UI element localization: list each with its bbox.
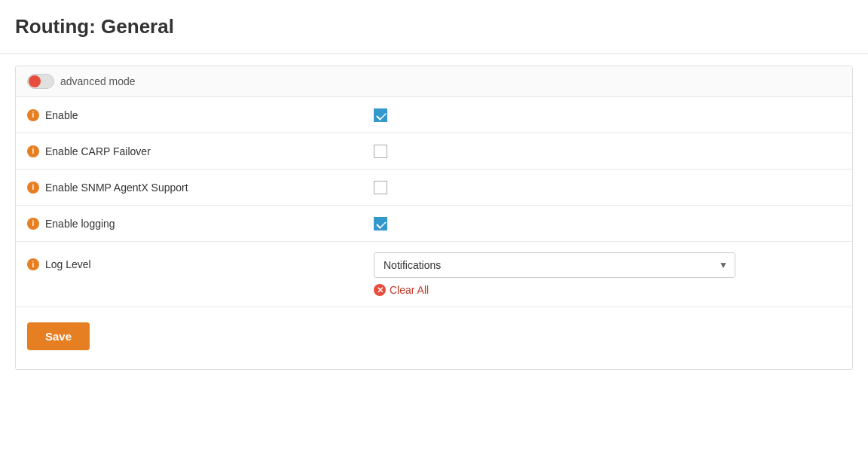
enable-snmp-label-text: Enable SNMP AgentX Support [45, 182, 188, 194]
log-level-select-wrapper: Errors Warnings Notifications Info Debug… [374, 252, 735, 278]
page-wrapper: Routing: General advanced mode i Enable [0, 0, 868, 470]
page-header: Routing: General [0, 0, 868, 54]
enable-control [374, 108, 841, 122]
advanced-mode-row: advanced mode [16, 66, 852, 97]
enable-logging-control [374, 217, 841, 230]
enable-row: i Enable [16, 97, 852, 133]
advanced-mode-toggle[interactable] [27, 74, 54, 89]
enable-snmp-info-icon[interactable]: i [27, 182, 39, 194]
enable-logging-row: i Enable logging [16, 206, 852, 242]
enable-logging-label-text: Enable logging [45, 218, 115, 230]
enable-carp-label-text: Enable CARP Failover [45, 145, 151, 157]
page-title: Routing: General [15, 15, 845, 38]
enable-snmp-row: i Enable SNMP AgentX Support [16, 169, 852, 206]
enable-label: i Enable [27, 109, 374, 121]
enable-carp-row: i Enable CARP Failover [16, 133, 852, 169]
save-button[interactable]: Save [27, 322, 90, 350]
enable-logging-label: i Enable logging [27, 218, 374, 230]
enable-snmp-checkbox[interactable] [374, 181, 387, 194]
log-level-label-text: Log Level [45, 258, 91, 270]
log-level-info-icon[interactable]: i [27, 258, 39, 270]
enable-carp-info-icon[interactable]: i [27, 145, 39, 157]
toggle-track [27, 74, 54, 89]
log-level-select[interactable]: Errors Warnings Notifications Info Debug [374, 252, 735, 278]
log-level-label: i Log Level [27, 252, 374, 270]
enable-carp-control [374, 145, 841, 158]
save-row: Save [16, 307, 852, 369]
enable-snmp-control [374, 181, 841, 194]
enable-carp-checkbox[interactable] [374, 145, 387, 158]
enable-carp-label: i Enable CARP Failover [27, 145, 374, 157]
clear-all-link[interactable]: ✕ Clear All [374, 284, 429, 296]
content-area: advanced mode i Enable i Enable CARP Fai… [0, 54, 868, 381]
enable-label-text: Enable [45, 109, 78, 121]
clear-icon: ✕ [374, 284, 386, 296]
enable-logging-checkbox[interactable] [374, 217, 387, 230]
enable-snmp-label: i Enable SNMP AgentX Support [27, 182, 374, 194]
enable-checkbox[interactable] [374, 108, 387, 122]
log-level-control: Errors Warnings Notifications Info Debug… [374, 252, 841, 296]
enable-info-icon[interactable]: i [27, 109, 39, 121]
clear-all-label: Clear All [390, 284, 429, 296]
log-level-row: i Log Level Errors Warnings Notification… [16, 242, 852, 307]
enable-logging-info-icon[interactable]: i [27, 218, 39, 230]
settings-panel: advanced mode i Enable i Enable CARP Fai… [15, 66, 853, 370]
advanced-mode-label: advanced mode [60, 75, 136, 87]
